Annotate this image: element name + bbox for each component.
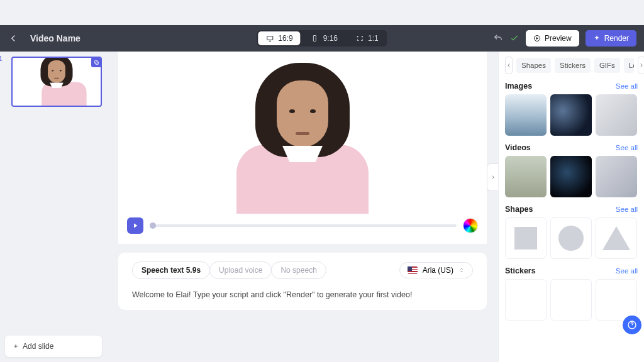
- tab-speech-text[interactable]: Speech text 5.9s: [132, 261, 210, 279]
- add-slide-label: Add slide: [23, 342, 53, 351]
- category-tab-stickers[interactable]: Stickers: [555, 58, 591, 73]
- desktop-icon: [265, 35, 274, 42]
- scrubber-handle[interactable]: [150, 222, 156, 229]
- category-scroll-left[interactable]: [505, 57, 513, 74]
- see-all-stickers[interactable]: See all: [616, 267, 638, 275]
- see-all-shapes[interactable]: See all: [616, 206, 638, 213]
- svg-rect-3: [96, 62, 99, 65]
- section-shapes: ShapesSee all: [505, 205, 638, 259]
- see-all-videos[interactable]: See all: [616, 144, 638, 151]
- assets-panel: Shapes Stickers GIFs Lottie ImagesSee al…: [498, 52, 644, 362]
- category-tab-shapes[interactable]: Shapes: [516, 58, 551, 73]
- voice-selector[interactable]: Aria (US): [399, 262, 473, 278]
- script-text-input[interactable]: Welcome to Elai! Type your script and cl…: [132, 289, 473, 301]
- ratio-1-1-button[interactable]: 1:1: [347, 30, 387, 47]
- play-circle-icon: [533, 35, 541, 42]
- ratio-9-16-button[interactable]: 9:16: [302, 30, 347, 47]
- help-fab-button[interactable]: [623, 315, 641, 334]
- help-icon: [627, 320, 637, 330]
- video-asset-tile[interactable]: [596, 156, 637, 197]
- image-asset-tile[interactable]: [596, 94, 637, 136]
- ratio-label: 9:16: [323, 34, 338, 43]
- plus-icon: [13, 343, 19, 349]
- mobile-icon: [311, 35, 319, 42]
- play-button[interactable]: [127, 217, 143, 234]
- video-asset-tile[interactable]: [505, 156, 547, 197]
- video-canvas[interactable]: [118, 52, 487, 214]
- image-asset-tile[interactable]: [550, 94, 592, 136]
- top-actions: Preview Render: [493, 30, 636, 47]
- slide-number: 1: [0, 55, 3, 62]
- ratio-label: 1:1: [368, 34, 379, 43]
- flag-us-icon: [408, 266, 418, 274]
- back-icon[interactable]: [8, 33, 19, 44]
- presenter-avatar[interactable]: [236, 57, 369, 214]
- video-title[interactable]: Video Name: [30, 33, 80, 43]
- sticker-tile[interactable]: [596, 279, 637, 321]
- preview-label: Preview: [545, 34, 572, 43]
- square-icon: [355, 35, 364, 42]
- top-bar: Video Name 16:9 9:16 1:1 Preview Render: [0, 25, 644, 52]
- svg-rect-1: [314, 36, 316, 41]
- speech-card: Speech text 5.9s Upload voice No speech …: [118, 253, 487, 310]
- speech-tabs: Speech text 5.9s Upload voice No speech …: [132, 261, 473, 279]
- sticker-tile[interactable]: [550, 279, 592, 321]
- aspect-ratio-group: 16:9 9:16 1:1: [257, 30, 387, 47]
- section-images: ImagesSee all: [505, 82, 638, 136]
- duplicate-slide-button[interactable]: [91, 57, 101, 67]
- play-icon: [131, 222, 139, 229]
- sparkle-icon: [593, 35, 601, 42]
- shape-square-tile[interactable]: [505, 217, 547, 259]
- category-scroll-right[interactable]: [638, 57, 644, 74]
- ratio-16-9-button[interactable]: 16:9: [258, 31, 300, 45]
- category-tab-lottie[interactable]: Lottie: [624, 58, 634, 73]
- scrubber-track[interactable]: [150, 224, 457, 227]
- see-all-images[interactable]: See all: [616, 82, 638, 90]
- copy-icon: [94, 60, 99, 65]
- add-slide-button[interactable]: Add slide: [5, 336, 102, 357]
- category-tabs: Shapes Stickers GIFs Lottie: [505, 57, 638, 74]
- slides-panel: 1 Add slide: [0, 52, 107, 362]
- section-title: Shapes: [505, 205, 533, 214]
- timeline-scrubber: [118, 214, 487, 238]
- ratio-label: 16:9: [278, 34, 292, 43]
- svg-rect-0: [267, 36, 273, 40]
- section-title: Images: [505, 82, 532, 90]
- svg-rect-4: [94, 60, 97, 63]
- chevron-left-icon: [506, 62, 512, 69]
- chevron-right-icon: [638, 62, 644, 69]
- voice-label: Aria (US): [423, 266, 453, 275]
- chevron-right-icon: [490, 174, 496, 180]
- preview-button[interactable]: Preview: [526, 30, 579, 47]
- shape-circle-tile[interactable]: [550, 217, 592, 259]
- tab-upload-voice[interactable]: Upload voice: [209, 261, 272, 279]
- editor-center: Speech text 5.9s Upload voice No speech …: [107, 52, 498, 362]
- check-icon[interactable]: [509, 33, 519, 43]
- category-tab-gifs[interactable]: GIFs: [594, 58, 620, 73]
- undo-icon[interactable]: [493, 33, 503, 43]
- tab-no-speech[interactable]: No speech: [271, 261, 326, 279]
- render-button[interactable]: Render: [586, 30, 636, 47]
- section-title: Stickers: [505, 266, 536, 275]
- sticker-tile[interactable]: [505, 279, 547, 321]
- section-stickers: StickersSee all: [505, 266, 638, 321]
- chevron-updown-icon: [458, 266, 465, 275]
- slide-thumbnail[interactable]: [11, 57, 102, 107]
- avatar-thumbnail: [42, 57, 72, 106]
- section-title: Videos: [505, 143, 531, 152]
- image-asset-tile[interactable]: [505, 94, 547, 136]
- color-theme-button[interactable]: [463, 218, 478, 233]
- panel-collapse-handle[interactable]: [487, 163, 498, 191]
- shape-triangle-tile[interactable]: [596, 217, 637, 259]
- video-asset-tile[interactable]: [550, 156, 592, 197]
- section-videos: VideosSee all: [505, 143, 638, 197]
- render-label: Render: [604, 34, 629, 43]
- canvas-card: [118, 52, 487, 244]
